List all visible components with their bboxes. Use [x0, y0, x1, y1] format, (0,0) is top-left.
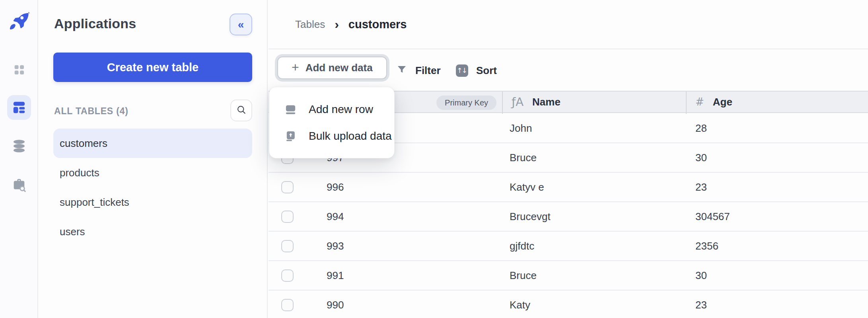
upload-icon [284, 130, 297, 142]
cell-age[interactable]: 30 [695, 261, 862, 290]
cell-age[interactable]: 23 [695, 291, 862, 318]
sidebar-item-products[interactable]: products [53, 158, 252, 187]
create-new-table-button[interactable]: Create new table [53, 53, 252, 82]
row-checkbox[interactable] [281, 211, 294, 223]
row-checkbox[interactable] [281, 181, 294, 193]
cell-name[interactable]: Bruce [510, 261, 681, 290]
breadcrumb-tables-link[interactable]: Tables [295, 18, 325, 31]
cell-age[interactable]: 30 [695, 143, 862, 172]
primary-key-badge: Primary Key [436, 96, 496, 110]
main-content: Tables › customers + Add new data Filter… [269, 0, 868, 318]
sidebar-item-customers[interactable]: customers [53, 129, 252, 158]
filter-button[interactable]: Filter [396, 50, 441, 91]
cell-id[interactable]: 994 [327, 202, 498, 231]
column-header-age[interactable]: # Age [695, 92, 732, 112]
breadcrumb-current-table: customers [348, 18, 407, 31]
add-new-data-button[interactable]: + Add new data [277, 57, 387, 79]
column-separator [502, 92, 503, 114]
menu-item-bulk-upload-data[interactable]: Bulk upload data [269, 123, 394, 149]
cell-name[interactable]: Brucevgt [510, 202, 681, 231]
add-data-menu: Add new row Bulk upload data [269, 87, 395, 158]
column-header-age-label: Age [713, 96, 732, 108]
collapse-sidebar-button[interactable]: « [230, 14, 252, 35]
sidebar-item-users[interactable]: users [53, 217, 252, 246]
filter-funnel-icon [396, 64, 407, 77]
column-separator [686, 92, 687, 114]
text-type-icon: ƒA [512, 95, 524, 109]
row-checkbox[interactable] [281, 269, 294, 282]
table-item-label: support_tickets [60, 196, 129, 209]
menu-item-label: Add new row [309, 103, 373, 116]
sort-arrows-icon: ↑↓ [456, 64, 468, 77]
table-item-label: customers [60, 137, 107, 150]
breadcrumb-chevron-icon: › [335, 18, 339, 31]
toolbox-icon[interactable] [7, 172, 31, 197]
collapse-chevrons-icon: « [238, 18, 244, 31]
row-checkbox[interactable] [281, 299, 294, 311]
cell-age[interactable]: 28 [695, 114, 862, 142]
table-row: 994 Brucevgt 304567 [269, 202, 868, 232]
sort-label: Sort [476, 64, 497, 77]
cell-id[interactable]: 996 [327, 173, 498, 201]
cell-age[interactable]: 23 [695, 173, 862, 201]
app-window: Applications « Create new table ALL TABL… [0, 0, 868, 318]
table-item-label: users [60, 226, 85, 238]
row-icon [284, 103, 297, 115]
apps-grid-icon[interactable] [7, 57, 31, 82]
plus-icon: + [292, 61, 299, 74]
cell-id[interactable]: 991 [327, 261, 498, 290]
row-checkbox[interactable] [281, 240, 294, 252]
cell-name[interactable]: John [510, 114, 681, 142]
cell-name[interactable]: gjfdtc [510, 232, 681, 260]
database-icon[interactable] [7, 134, 31, 158]
sidebar: Applications « Create new table ALL TABL… [38, 0, 268, 318]
menu-item-add-new-row[interactable]: Add new row [269, 96, 394, 123]
sort-button[interactable]: ↑↓ Sort [456, 50, 497, 91]
add-new-data-label: Add new data [306, 62, 373, 74]
column-header-name-label: Name [532, 96, 561, 108]
menu-item-label: Bulk upload data [309, 130, 392, 142]
table-row: 996 Katyv e 23 [269, 173, 868, 202]
cell-name[interactable]: Katy [510, 291, 681, 318]
nav-rail [0, 0, 38, 318]
cell-id[interactable]: 993 [327, 232, 498, 260]
tables-icon[interactable] [7, 95, 31, 120]
number-type-icon: # [695, 96, 704, 108]
table-row: 993 gjfdtc 2356 [269, 232, 868, 261]
search-icon [236, 104, 247, 117]
table-item-label: products [60, 167, 99, 179]
tables-list: customers products support_tickets users [53, 129, 252, 246]
rocket-logo-icon [8, 10, 30, 32]
table-row: 990 Katy 23 [269, 291, 868, 318]
cell-name[interactable]: Bruce [510, 143, 681, 172]
breadcrumb: Tables › customers [269, 0, 868, 49]
filter-label: Filter [415, 64, 441, 77]
sidebar-item-support-tickets[interactable]: support_tickets [53, 187, 252, 217]
table-row: 991 Bruce 30 [269, 261, 868, 291]
all-tables-section-label: ALL TABLES (4) [54, 106, 128, 117]
cell-id[interactable]: 990 [327, 291, 498, 318]
grid-toolbar: + Add new data Filter ↑↓ Sort [269, 50, 868, 91]
column-header-name[interactable]: ƒA Name [512, 92, 561, 112]
cell-age[interactable]: 2356 [695, 232, 862, 260]
cell-name[interactable]: Katyv e [510, 173, 681, 201]
search-tables-button[interactable] [230, 99, 252, 121]
sidebar-title: Applications [54, 16, 136, 31]
cell-age[interactable]: 304567 [695, 202, 862, 231]
